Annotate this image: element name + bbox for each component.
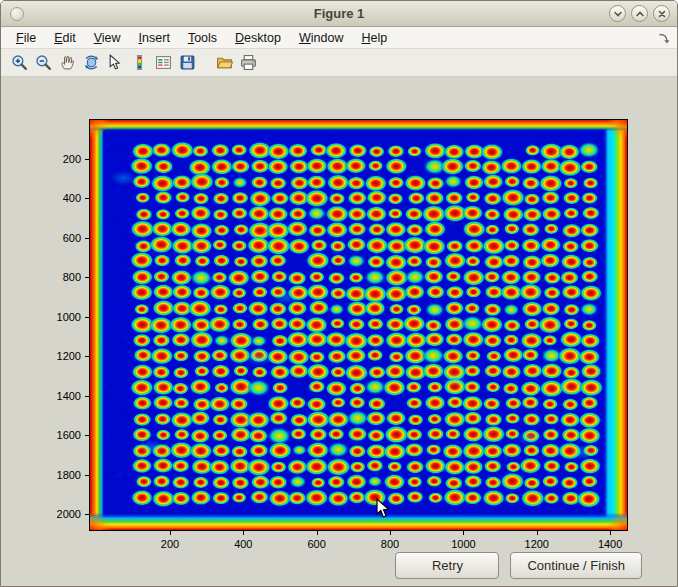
retry-button[interactable]: Retry — [395, 552, 499, 579]
figure-content: 2004006008001000120014002004006008001000… — [1, 77, 677, 586]
menu-items: FileEditViewInsertToolsDesktopWindowHelp — [7, 29, 396, 47]
x-tick-label: 800 — [368, 538, 412, 550]
heatmap-image[interactable] — [89, 119, 628, 531]
menu-desktop[interactable]: Desktop — [226, 29, 290, 47]
x-tick-label: 1000 — [441, 538, 485, 550]
y-tick-label: 1600 — [39, 429, 81, 441]
y-tick — [85, 317, 89, 318]
dialog-buttons: Retry Continue / Finish — [395, 552, 642, 579]
x-tick — [170, 531, 171, 535]
data-cursor-icon — [107, 54, 124, 71]
zoom-out-icon — [35, 54, 52, 71]
open-icon — [216, 54, 233, 71]
save-icon — [179, 54, 196, 71]
chevron-down-icon — [613, 9, 623, 19]
continue-finish-button[interactable]: Continue / Finish — [510, 552, 642, 579]
axes: 2004006008001000120014002004006008001000… — [89, 119, 628, 531]
menu-tools[interactable]: Tools — [179, 29, 226, 47]
data-cursor-button[interactable] — [104, 52, 126, 74]
rotate-3d-icon — [83, 54, 100, 71]
menu-window[interactable]: Window — [290, 29, 352, 47]
legend-icon — [155, 54, 172, 71]
print-button[interactable] — [237, 52, 259, 74]
x-tick — [243, 531, 244, 535]
menubar: FileEditViewInsertToolsDesktopWindowHelp — [1, 27, 677, 49]
menu-insert[interactable]: Insert — [130, 29, 179, 47]
window-title: Figure 1 — [1, 6, 677, 21]
dock-arrow-icon[interactable] — [657, 32, 670, 45]
legend-button[interactable] — [152, 52, 174, 74]
menu-view[interactable]: View — [85, 29, 130, 47]
close-button[interactable] — [653, 5, 670, 22]
colorbar-button[interactable] — [128, 52, 150, 74]
x-tick-label: 400 — [221, 538, 265, 550]
chevron-up-icon — [635, 9, 645, 19]
save-button[interactable] — [176, 52, 198, 74]
y-tick — [85, 475, 89, 476]
x-tick — [610, 531, 611, 535]
menu-file[interactable]: File — [7, 29, 45, 47]
figure-window: Figure 1 FileEditViewInsertToolsDesktopW… — [0, 0, 678, 587]
zoom-in-icon — [11, 54, 28, 71]
x-tick — [537, 531, 538, 535]
x-tick — [463, 531, 464, 535]
print-icon — [240, 54, 257, 71]
titlebar[interactable]: Figure 1 — [1, 1, 677, 27]
maximize-button[interactable] — [631, 5, 648, 22]
y-tick — [85, 514, 89, 515]
y-tick-label: 1000 — [39, 311, 81, 323]
x-tick-label: 1200 — [515, 538, 559, 550]
menu-edit[interactable]: Edit — [45, 29, 85, 47]
zoom-out-button[interactable] — [32, 52, 54, 74]
y-tick-label: 1400 — [39, 390, 81, 402]
x-tick — [317, 531, 318, 535]
y-tick — [85, 198, 89, 199]
y-tick — [85, 238, 89, 239]
pan-icon — [59, 54, 76, 71]
y-tick — [85, 435, 89, 436]
x-tick — [390, 531, 391, 535]
y-tick-label: 1200 — [39, 350, 81, 362]
x-tick-label: 600 — [295, 538, 339, 550]
y-tick — [85, 396, 89, 397]
x-tick-label: 200 — [148, 538, 192, 550]
open-button[interactable] — [213, 52, 235, 74]
window-controls — [609, 5, 670, 22]
rotate-3d-button[interactable] — [80, 52, 102, 74]
y-tick-label: 400 — [39, 192, 81, 204]
x-tick-label: 1400 — [588, 538, 632, 550]
toolbar — [1, 49, 677, 77]
y-tick — [85, 356, 89, 357]
minimize-button[interactable] — [609, 5, 626, 22]
y-tick-label: 2000 — [39, 508, 81, 520]
zoom-in-button[interactable] — [8, 52, 30, 74]
colorbar-icon — [131, 54, 148, 71]
y-tick-label: 200 — [39, 153, 81, 165]
y-tick-label: 600 — [39, 232, 81, 244]
y-tick-label: 800 — [39, 271, 81, 283]
menu-help[interactable]: Help — [352, 29, 396, 47]
pan-button[interactable] — [56, 52, 78, 74]
close-icon — [657, 9, 667, 19]
y-tick-label: 1800 — [39, 469, 81, 481]
y-tick — [85, 277, 89, 278]
y-tick — [85, 159, 89, 160]
